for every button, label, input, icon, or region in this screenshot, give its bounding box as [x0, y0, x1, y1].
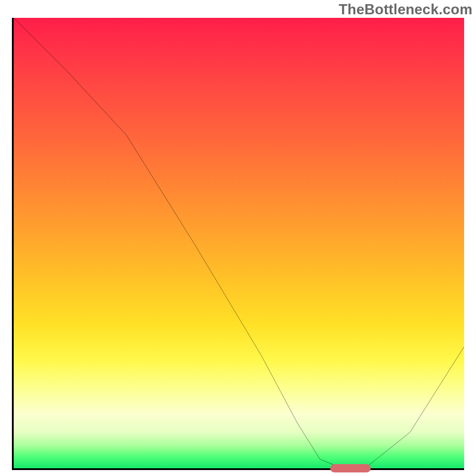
watermark-text: TheBottleneck.com — [339, 1, 472, 18]
chart-canvas: TheBottleneck.com — [0, 0, 476, 476]
plot-area — [12, 18, 464, 470]
bottleneck-curve — [14, 18, 464, 468]
optimal-range-marker — [330, 464, 371, 472]
